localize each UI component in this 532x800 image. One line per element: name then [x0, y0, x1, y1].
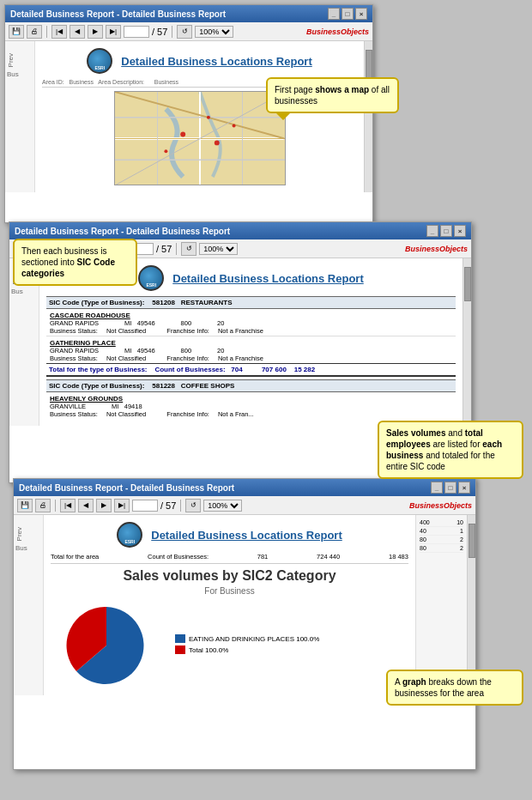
sep1	[46, 26, 47, 38]
b2-status-val: Not Classified	[106, 355, 146, 362]
sic-header-1: SIC Code (Type of Business): 581208 REST…	[46, 296, 456, 309]
b3-zip-val: 49418	[124, 403, 142, 410]
b2-franchise-val: Not a Franchise	[218, 355, 263, 362]
window-3: Detailed Business Report - Detailed Busi…	[13, 478, 476, 770]
minimize-btn[interactable]: _	[328, 8, 340, 20]
sep2	[172, 26, 172, 38]
minimize-btn-2[interactable]: _	[426, 225, 438, 237]
save-btn-3[interactable]: 💾	[17, 499, 33, 512]
close-btn-2[interactable]: ×	[454, 225, 466, 237]
area-totals: Total for the area Count of Businesses: …	[51, 553, 408, 564]
right-col-row-2: 40 1	[420, 527, 463, 536]
b1-city: GRAND RAPIDS	[50, 319, 99, 327]
legend-item-2: Total 100.0%	[175, 645, 319, 654]
b1-franchise-label: Franchise Info:	[166, 327, 209, 335]
page-input-1[interactable]: 1	[124, 26, 149, 38]
business-2-row1: GRAND RAPIDS MI 49546 800 20	[50, 347, 452, 355]
sep6	[180, 500, 181, 512]
b3-franchise-val: Not a Fran...	[218, 410, 254, 418]
page-input-3[interactable]: 36	[132, 500, 158, 512]
bo-logo-2: BusinessObjects	[405, 245, 468, 253]
maximize-btn-2[interactable]: □	[440, 225, 452, 237]
scrollbar-1[interactable]	[364, 41, 372, 192]
rcr2-v2: 1	[460, 528, 463, 534]
chart-subtitle: For Business	[51, 586, 408, 596]
first-page-btn-3[interactable]: |◀	[60, 499, 76, 512]
refresh-btn-2[interactable]: ↺	[181, 242, 196, 256]
refresh-btn-3[interactable]: ↺	[185, 499, 201, 512]
next-page-btn[interactable]: ▶	[88, 25, 103, 39]
close-btn-3[interactable]: ×	[458, 482, 470, 494]
scroll-thumb-2[interactable]	[464, 267, 471, 301]
b1-emp: 20	[217, 319, 224, 327]
last-page-btn-3[interactable]: ▶|	[114, 499, 130, 512]
refresh-btn[interactable]: ↺	[177, 25, 192, 39]
b1-state: MI 49546	[124, 319, 154, 327]
report-title-1: Detailed Business Locations Report	[121, 55, 312, 68]
business-name-2: GATHERING PLACE	[50, 339, 452, 347]
bo-logo-1: BusinessObjects	[306, 27, 369, 36]
rcr1-v1: 400	[420, 519, 430, 525]
zoom-select-2[interactable]: 100%	[199, 243, 238, 255]
b1-emp-val: 20	[217, 319, 224, 327]
page-total-2: 57	[161, 244, 172, 254]
sidebar-3: Prev Bus	[14, 515, 44, 695]
total-area-sales: 724 440	[317, 553, 340, 561]
rcr1-v2: 10	[456, 519, 463, 525]
zoom-select-1[interactable]: 100%	[195, 26, 233, 38]
window2-controls[interactable]: _ □ ×	[426, 225, 466, 237]
sic-section-2: SIC Code (Type of Business): 581228 COFF…	[46, 379, 456, 419]
b2-emp-val: 20	[217, 347, 224, 355]
b3-city: GRANVILLE	[50, 403, 86, 410]
scrollbar-3[interactable]	[467, 515, 475, 695]
first-page-btn[interactable]: |◀	[51, 25, 67, 39]
pie-chart-svg	[51, 603, 162, 688]
next-page-btn-3[interactable]: ▶	[96, 499, 112, 512]
b3-state: MI 49418	[112, 403, 142, 410]
report-title-2: Detailed Business Locations Report	[172, 272, 364, 285]
maximize-btn[interactable]: □	[342, 8, 354, 20]
b2-state-val: MI	[124, 347, 131, 355]
b2-zip-val: 49546	[137, 347, 155, 355]
zoom-select-3[interactable]: 100%	[203, 500, 242, 512]
callout1-bold: shows a map	[315, 85, 369, 94]
chart-legend: EATING AND DRINKING PLACES 100.0% Total …	[175, 634, 319, 657]
print-btn-3[interactable]: 🖨	[35, 499, 51, 512]
scrollbar-2[interactable]	[462, 258, 471, 426]
prev-page-btn-3[interactable]: ◀	[78, 499, 94, 512]
window3-title: Detailed Business Report - Detailed Busi…	[19, 483, 234, 493]
page-total-1: 57	[157, 27, 167, 37]
report-header-1: Detailed Business Locations Report	[42, 48, 357, 74]
sic-header-2: SIC Code (Type of Business): 581228 COFF…	[46, 379, 456, 392]
right-col-row-3: 80 2	[420, 536, 463, 544]
legend-label-1: EATING AND DRINKING PLACES 100.0%	[189, 635, 319, 643]
total-area-label: Total for the area	[51, 553, 99, 561]
callout4-bold: graph	[402, 677, 426, 687]
prev-page-btn[interactable]: ◀	[70, 25, 85, 39]
report-content-3: Detailed Business Locations Report Total…	[44, 515, 415, 695]
print-btn[interactable]: 🖨	[27, 25, 42, 39]
svg-point-10	[180, 132, 185, 137]
total-area-count-label: Count of Businesses:	[148, 553, 209, 561]
toolbar-3: 💾 🖨 |◀ ◀ ▶ ▶| 36 / 57 ↺ 100% BusinessObj…	[14, 496, 475, 515]
callout3-text2: are listed for	[431, 439, 483, 449]
rcr2-v1: 40	[420, 528, 426, 534]
business-1: CASCADE ROADHOUSE GRAND RAPIDS MI 49546 …	[46, 309, 456, 336]
sic-label-1: SIC Code (Type of Business):	[49, 299, 144, 306]
window1-controls[interactable]: _ □ ×	[328, 8, 367, 20]
last-page-btn[interactable]: ▶|	[106, 25, 121, 39]
window3-controls[interactable]: _ □ ×	[431, 482, 470, 494]
business-1-row2: Business Status: Not Classified Franchis…	[50, 327, 452, 335]
bo-logo-3: BusinessObjects	[409, 501, 472, 510]
legend-color-2	[175, 645, 185, 654]
minimize-btn-3[interactable]: _	[431, 482, 443, 494]
rcr4-v2: 2	[460, 545, 463, 551]
scroll-thumb-3[interactable]	[469, 524, 475, 558]
close-btn[interactable]: ×	[355, 8, 367, 20]
save-btn[interactable]: 💾	[9, 25, 24, 39]
titlebar-2: Detailed Business Report - Detailed Busi…	[9, 222, 471, 239]
maximize-btn-3[interactable]: □	[444, 482, 456, 494]
b3-franchise-label: Franchise Info:	[166, 410, 209, 418]
right-column: 400 10 40 1 80 2 80 2	[415, 515, 467, 695]
window1-title: Detailed Business Report - Detailed Busi…	[10, 9, 226, 19]
